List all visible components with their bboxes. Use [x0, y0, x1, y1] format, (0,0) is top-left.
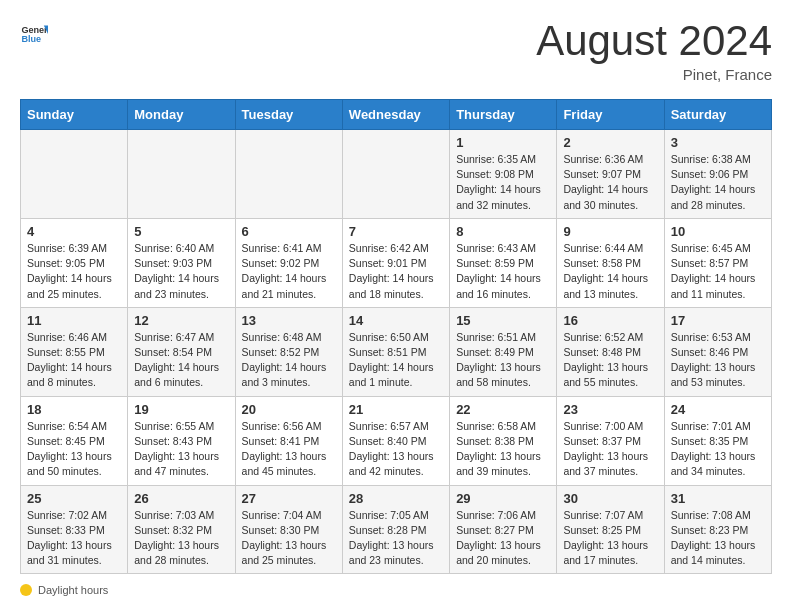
- month-title: August 2024: [536, 20, 772, 62]
- day-info: Sunrise: 6:54 AM Sunset: 8:45 PM Dayligh…: [27, 419, 121, 480]
- title-area: August 2024 Pinet, France: [536, 20, 772, 83]
- day-cell: 16Sunrise: 6:52 AM Sunset: 8:48 PM Dayli…: [557, 307, 664, 396]
- day-number: 26: [134, 491, 228, 506]
- day-info: Sunrise: 6:57 AM Sunset: 8:40 PM Dayligh…: [349, 419, 443, 480]
- day-number: 4: [27, 224, 121, 239]
- day-info: Sunrise: 7:03 AM Sunset: 8:32 PM Dayligh…: [134, 508, 228, 569]
- day-number: 17: [671, 313, 765, 328]
- day-number: 7: [349, 224, 443, 239]
- day-cell: 11Sunrise: 6:46 AM Sunset: 8:55 PM Dayli…: [21, 307, 128, 396]
- logo: General Blue: [20, 20, 48, 48]
- day-cell: 14Sunrise: 6:50 AM Sunset: 8:51 PM Dayli…: [342, 307, 449, 396]
- day-info: Sunrise: 7:08 AM Sunset: 8:23 PM Dayligh…: [671, 508, 765, 569]
- day-number: 25: [27, 491, 121, 506]
- day-info: Sunrise: 6:35 AM Sunset: 9:08 PM Dayligh…: [456, 152, 550, 213]
- day-cell: 22Sunrise: 6:58 AM Sunset: 8:38 PM Dayli…: [450, 396, 557, 485]
- day-cell: 19Sunrise: 6:55 AM Sunset: 8:43 PM Dayli…: [128, 396, 235, 485]
- day-cell: 8Sunrise: 6:43 AM Sunset: 8:59 PM Daylig…: [450, 218, 557, 307]
- day-cell: [342, 130, 449, 219]
- col-header-monday: Monday: [128, 100, 235, 130]
- day-cell: [128, 130, 235, 219]
- header: General Blue August 2024 Pinet, France: [20, 20, 772, 83]
- day-number: 29: [456, 491, 550, 506]
- day-number: 18: [27, 402, 121, 417]
- week-row-5: 25Sunrise: 7:02 AM Sunset: 8:33 PM Dayli…: [21, 485, 772, 574]
- day-cell: 25Sunrise: 7:02 AM Sunset: 8:33 PM Dayli…: [21, 485, 128, 574]
- day-number: 8: [456, 224, 550, 239]
- day-cell: 27Sunrise: 7:04 AM Sunset: 8:30 PM Dayli…: [235, 485, 342, 574]
- day-cell: 6Sunrise: 6:41 AM Sunset: 9:02 PM Daylig…: [235, 218, 342, 307]
- day-info: Sunrise: 6:56 AM Sunset: 8:41 PM Dayligh…: [242, 419, 336, 480]
- day-info: Sunrise: 6:36 AM Sunset: 9:07 PM Dayligh…: [563, 152, 657, 213]
- day-info: Sunrise: 6:44 AM Sunset: 8:58 PM Dayligh…: [563, 241, 657, 302]
- col-header-friday: Friday: [557, 100, 664, 130]
- day-number: 12: [134, 313, 228, 328]
- day-info: Sunrise: 6:40 AM Sunset: 9:03 PM Dayligh…: [134, 241, 228, 302]
- day-info: Sunrise: 6:45 AM Sunset: 8:57 PM Dayligh…: [671, 241, 765, 302]
- day-cell: 1Sunrise: 6:35 AM Sunset: 9:08 PM Daylig…: [450, 130, 557, 219]
- day-cell: 24Sunrise: 7:01 AM Sunset: 8:35 PM Dayli…: [664, 396, 771, 485]
- day-cell: 18Sunrise: 6:54 AM Sunset: 8:45 PM Dayli…: [21, 396, 128, 485]
- svg-text:Blue: Blue: [21, 34, 41, 44]
- day-info: Sunrise: 7:07 AM Sunset: 8:25 PM Dayligh…: [563, 508, 657, 569]
- day-info: Sunrise: 6:39 AM Sunset: 9:05 PM Dayligh…: [27, 241, 121, 302]
- day-number: 19: [134, 402, 228, 417]
- day-info: Sunrise: 6:58 AM Sunset: 8:38 PM Dayligh…: [456, 419, 550, 480]
- svg-text:General: General: [21, 25, 48, 35]
- day-info: Sunrise: 6:53 AM Sunset: 8:46 PM Dayligh…: [671, 330, 765, 391]
- day-info: Sunrise: 6:55 AM Sunset: 8:43 PM Dayligh…: [134, 419, 228, 480]
- day-number: 3: [671, 135, 765, 150]
- day-cell: 10Sunrise: 6:45 AM Sunset: 8:57 PM Dayli…: [664, 218, 771, 307]
- day-number: 24: [671, 402, 765, 417]
- day-number: 10: [671, 224, 765, 239]
- location: Pinet, France: [536, 66, 772, 83]
- day-number: 27: [242, 491, 336, 506]
- day-cell: 30Sunrise: 7:07 AM Sunset: 8:25 PM Dayli…: [557, 485, 664, 574]
- day-number: 20: [242, 402, 336, 417]
- day-info: Sunrise: 7:05 AM Sunset: 8:28 PM Dayligh…: [349, 508, 443, 569]
- day-cell: 3Sunrise: 6:38 AM Sunset: 9:06 PM Daylig…: [664, 130, 771, 219]
- day-info: Sunrise: 6:48 AM Sunset: 8:52 PM Dayligh…: [242, 330, 336, 391]
- day-cell: 12Sunrise: 6:47 AM Sunset: 8:54 PM Dayli…: [128, 307, 235, 396]
- day-info: Sunrise: 6:52 AM Sunset: 8:48 PM Dayligh…: [563, 330, 657, 391]
- day-info: Sunrise: 7:06 AM Sunset: 8:27 PM Dayligh…: [456, 508, 550, 569]
- day-cell: 20Sunrise: 6:56 AM Sunset: 8:41 PM Dayli…: [235, 396, 342, 485]
- day-cell: [235, 130, 342, 219]
- day-cell: 28Sunrise: 7:05 AM Sunset: 8:28 PM Dayli…: [342, 485, 449, 574]
- col-header-thursday: Thursday: [450, 100, 557, 130]
- day-number: 15: [456, 313, 550, 328]
- day-cell: 4Sunrise: 6:39 AM Sunset: 9:05 PM Daylig…: [21, 218, 128, 307]
- calendar-table: SundayMondayTuesdayWednesdayThursdayFrid…: [20, 99, 772, 574]
- day-number: 23: [563, 402, 657, 417]
- day-number: 21: [349, 402, 443, 417]
- day-number: 11: [27, 313, 121, 328]
- day-cell: 9Sunrise: 6:44 AM Sunset: 8:58 PM Daylig…: [557, 218, 664, 307]
- day-number: 16: [563, 313, 657, 328]
- day-number: 6: [242, 224, 336, 239]
- day-number: 14: [349, 313, 443, 328]
- day-info: Sunrise: 6:41 AM Sunset: 9:02 PM Dayligh…: [242, 241, 336, 302]
- col-header-sunday: Sunday: [21, 100, 128, 130]
- day-cell: 29Sunrise: 7:06 AM Sunset: 8:27 PM Dayli…: [450, 485, 557, 574]
- day-info: Sunrise: 6:51 AM Sunset: 8:49 PM Dayligh…: [456, 330, 550, 391]
- logo-icon: General Blue: [20, 20, 48, 48]
- day-number: 5: [134, 224, 228, 239]
- day-info: Sunrise: 6:46 AM Sunset: 8:55 PM Dayligh…: [27, 330, 121, 391]
- day-number: 30: [563, 491, 657, 506]
- week-row-4: 18Sunrise: 6:54 AM Sunset: 8:45 PM Dayli…: [21, 396, 772, 485]
- day-cell: 7Sunrise: 6:42 AM Sunset: 9:01 PM Daylig…: [342, 218, 449, 307]
- day-cell: 26Sunrise: 7:03 AM Sunset: 8:32 PM Dayli…: [128, 485, 235, 574]
- day-number: 31: [671, 491, 765, 506]
- day-info: Sunrise: 7:02 AM Sunset: 8:33 PM Dayligh…: [27, 508, 121, 569]
- day-info: Sunrise: 6:42 AM Sunset: 9:01 PM Dayligh…: [349, 241, 443, 302]
- day-cell: 2Sunrise: 6:36 AM Sunset: 9:07 PM Daylig…: [557, 130, 664, 219]
- day-number: 2: [563, 135, 657, 150]
- day-cell: 5Sunrise: 6:40 AM Sunset: 9:03 PM Daylig…: [128, 218, 235, 307]
- day-cell: 31Sunrise: 7:08 AM Sunset: 8:23 PM Dayli…: [664, 485, 771, 574]
- day-number: 1: [456, 135, 550, 150]
- day-cell: 15Sunrise: 6:51 AM Sunset: 8:49 PM Dayli…: [450, 307, 557, 396]
- week-row-3: 11Sunrise: 6:46 AM Sunset: 8:55 PM Dayli…: [21, 307, 772, 396]
- footer-label: Daylight hours: [38, 584, 108, 596]
- day-info: Sunrise: 7:00 AM Sunset: 8:37 PM Dayligh…: [563, 419, 657, 480]
- day-cell: 23Sunrise: 7:00 AM Sunset: 8:37 PM Dayli…: [557, 396, 664, 485]
